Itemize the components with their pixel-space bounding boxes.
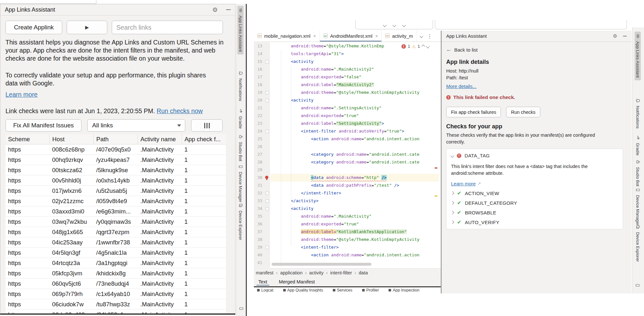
gear-icon[interactable]: ⚙ xyxy=(613,33,617,39)
run-checks-now-link[interactable]: Run checks now xyxy=(157,107,203,114)
code-line[interactable]: 33 </activity> xyxy=(254,197,439,205)
code-line[interactable]: 38 android:theme="@style/Theme.KotlinEmp… xyxy=(254,236,439,243)
code-line[interactable]: 22 android:exported="true" xyxy=(254,112,439,120)
fold-marker-icon[interactable] xyxy=(265,99,269,102)
check-item-auto-verify[interactable]: ✔AUTO_VERIFY xyxy=(451,219,618,225)
code-line[interactable]: 28 <category android:name="android.inten… xyxy=(254,158,439,166)
table-row[interactable]: https02jv21zzmc/l059v8t4e9.MainActivity1 xyxy=(5,196,226,206)
check-item-data-tag[interactable]: ! DATA_TAG xyxy=(451,153,618,158)
check-item-action-view[interactable]: ✔ACTION_VIEW xyxy=(451,190,618,196)
tool-tab-gradle[interactable]: Gradle xyxy=(635,133,641,158)
code-line[interactable]: 23 android:label="SettingsActivity"> xyxy=(254,120,439,127)
breadcrumb-application[interactable]: application xyxy=(280,270,303,275)
code-line[interactable]: 39 <intent-filter> xyxy=(254,243,439,251)
column-header-activity-name[interactable]: Activity name xyxy=(138,134,182,144)
breadcrumb-activity[interactable]: activity xyxy=(309,270,323,275)
check-item-browsable[interactable]: ✔BROWSABLE xyxy=(451,210,618,215)
fold-marker-icon[interactable] xyxy=(265,130,269,133)
code-line[interactable]: 21 android:name=".SettingsActivity" xyxy=(254,104,439,112)
back-to-list-link[interactable]: ← Back to list xyxy=(446,46,627,53)
column-header-app-check-f[interactable]: App check f... xyxy=(182,134,226,144)
gear-icon[interactable]: ⚙ xyxy=(212,6,218,14)
code-line[interactable]: 27 <category android:name="android.inten… xyxy=(254,151,439,158)
run-checks-button[interactable]: Run checks xyxy=(506,107,540,117)
table-row[interactable]: https04ic253aay/1wwnfbr738.MainActivity1 xyxy=(5,237,226,248)
code-line[interactable]: 32 </intent-filter> xyxy=(254,189,439,197)
code-line[interactable]: 36 android:exported="true" xyxy=(254,220,439,228)
code-line[interactable]: 25 <action android:name="android.intent.… xyxy=(254,135,439,143)
tool-button-app-inspection[interactable]: App Inspection xyxy=(389,288,419,292)
code-line[interactable]: 40 <action android:name="android.intent.… xyxy=(254,251,439,259)
fix-app-check-failures-button[interactable]: Fix app check failures xyxy=(446,107,501,117)
table-row[interactable]: https048jg1x665/qgrt37ezpm.MainActivity1 xyxy=(5,227,226,237)
tool-tab-notifications[interactable]: Notifications xyxy=(635,96,641,131)
table-row[interactable]: https06ciudok7w/tu87hwp33z.MainActivity1 xyxy=(5,299,226,310)
fold-marker-icon[interactable] xyxy=(265,199,269,203)
fold-marker-icon[interactable] xyxy=(265,192,269,195)
table-row[interactable]: https00tskcza62/5lknugk9se.MainActivity1 xyxy=(5,165,226,175)
table-row[interactable]: https017jwlxzn6/u5t2usab5j.MainActivity1 xyxy=(5,186,226,196)
column-settings-button[interactable] xyxy=(191,119,223,132)
column-header-scheme[interactable]: Scheme xyxy=(5,134,50,144)
tool-tab-app-links-assistant[interactable]: App Links Assistant xyxy=(635,32,641,80)
code-line[interactable]: 34 <activity xyxy=(254,205,439,212)
fold-marker-icon[interactable] xyxy=(265,91,269,94)
column-header-path[interactable]: Path xyxy=(94,134,138,144)
tool-tab-device-manager[interactable]: Device Manager xyxy=(635,185,641,228)
minimize-icon[interactable] xyxy=(226,9,231,10)
bottom-tab-text[interactable]: Text xyxy=(258,277,267,286)
tool-tab-device-explorer[interactable]: Device Explorer xyxy=(237,201,244,243)
tool-tab-gradle[interactable]: Gradle xyxy=(237,106,244,131)
inspection-widget[interactable]: ! 1 ⚠ 1 xyxy=(399,43,431,50)
more-details-link[interactable]: More details... xyxy=(446,84,476,89)
next-issue-icon[interactable] xyxy=(426,44,429,48)
code-line[interactable]: 18 android:label="MainActivity2" xyxy=(254,81,439,89)
code-line[interactable]: 15 <activity xyxy=(254,58,439,65)
tab-androidmanifest-xml[interactable]: MFAndroidManifest.xml× xyxy=(320,31,382,42)
tool-tab-device-explorer[interactable]: Device Explorer xyxy=(635,222,641,264)
search-input[interactable] xyxy=(112,21,223,34)
code-line[interactable]: 35 android:name=".MainActivity" xyxy=(254,212,439,220)
tool-button-profiler[interactable]: Profiler xyxy=(362,288,379,292)
create-applink-button[interactable]: Create Applink xyxy=(5,21,62,34)
fold-marker-icon[interactable] xyxy=(265,60,269,64)
table-row[interactable]: https05kfcp3jvm/khidckix8g.MainActivity1 xyxy=(5,268,226,279)
table-row[interactable]: https04r5lqn3gf/4g5nalc1la.MainActivity1 xyxy=(5,248,226,258)
fold-marker-icon[interactable] xyxy=(265,246,269,249)
run-button[interactable]: ▶ xyxy=(67,21,107,34)
more-options-icon[interactable]: ⋮ xyxy=(427,33,432,39)
table-row[interactable]: https00v5hhld0j/o0xhs14ykb.MainActivity1 xyxy=(5,175,226,186)
code-line[interactable]: 30 <data android:scheme="http" /> xyxy=(254,174,439,182)
code-line[interactable]: 26 xyxy=(254,143,439,151)
quickfix-bulb-icon[interactable] xyxy=(265,176,268,179)
code-editor[interactable]: 13 android:theme="@style/Theme.KotlinEmp… xyxy=(254,42,439,268)
check-item-default-category[interactable]: ✔DEFAULT_CATEGORY xyxy=(451,200,618,206)
table-row[interactable]: https069p7r79rh/c1x64yab10.MainActivity1 xyxy=(5,289,226,299)
breadcrumb-manifest[interactable]: manifest xyxy=(256,270,274,275)
table-row[interactable]: https03axxd3mi0/e6g63mim....MainActivity… xyxy=(5,206,226,217)
code-line[interactable]: 24 <intent-filter android:autoVerify="tr… xyxy=(254,127,439,135)
fix-all-manifest-issues-button[interactable]: Fix All Manifest Issues xyxy=(5,119,82,132)
breadcrumb-data[interactable]: data xyxy=(359,270,368,275)
minimize-icon[interactable] xyxy=(623,36,627,36)
close-icon[interactable]: × xyxy=(375,34,378,39)
bottom-tab-merged-manifest[interactable]: Merged Manifest xyxy=(279,277,315,286)
tool-button-app-quality-insights[interactable]: App Quality Insights xyxy=(283,288,323,292)
code-line[interactable]: 17 android:exported="false" xyxy=(254,73,439,81)
table-row[interactable]: https03wq7w2kbu/y0qqimaw3s.MainActivity1 xyxy=(5,217,226,227)
tool-tab-studio-bot[interactable]: Studio Bot xyxy=(635,157,641,189)
code-line[interactable]: 29 xyxy=(254,166,439,174)
tool-tab-notifications[interactable]: Notifications xyxy=(237,69,244,104)
error-stripe-mark[interactable] xyxy=(435,167,437,169)
tabs-dropdown-icon[interactable] xyxy=(419,34,423,38)
code-line[interactable]: 19 android:theme="@style/Theme.KotlinEmp… xyxy=(254,89,439,96)
tool-tab-device-manager[interactable]: Device Manager xyxy=(237,162,244,205)
code-line[interactable]: 16 android:name=".MainActivity2" xyxy=(254,65,439,73)
links-filter-dropdown[interactable]: All links xyxy=(87,119,185,132)
learn-more-link[interactable]: Learn more xyxy=(451,181,476,186)
table-row[interactable]: https008c6z68np/407e09q5x0.MainActivity1 xyxy=(5,144,226,155)
code-line[interactable]: 31 <data android:pathPrefix="/test" /> xyxy=(254,182,439,189)
code-line[interactable]: 14 tools:targetApi="31"> xyxy=(254,50,439,58)
previous-issue-icon[interactable] xyxy=(421,44,425,48)
tool-tab-studio-bot[interactable]: Studio Bot xyxy=(237,132,244,164)
